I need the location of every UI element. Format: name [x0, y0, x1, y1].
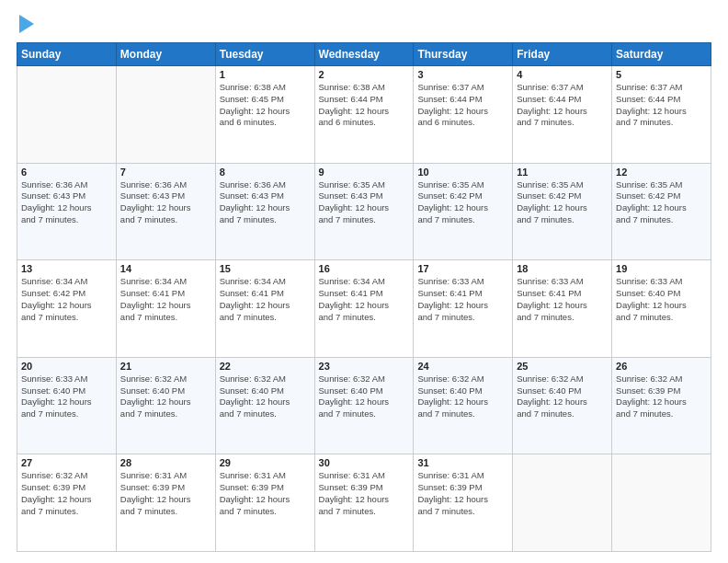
- day-info: Sunrise: 6:32 AM Sunset: 6:40 PM Dayligh…: [120, 373, 211, 420]
- calendar-day-cell: [612, 454, 711, 552]
- calendar-day-cell: 27Sunrise: 6:32 AM Sunset: 6:39 PM Dayli…: [17, 454, 117, 552]
- day-info: Sunrise: 6:37 AM Sunset: 6:44 PM Dayligh…: [616, 82, 707, 129]
- day-number: 29: [220, 457, 311, 468]
- calendar-day-cell: 2Sunrise: 6:38 AM Sunset: 6:44 PM Daylig…: [314, 66, 414, 164]
- day-of-week-header: Saturday: [612, 43, 711, 66]
- day-info: Sunrise: 6:36 AM Sunset: 6:43 PM Dayligh…: [120, 179, 211, 226]
- day-info: Sunrise: 6:35 AM Sunset: 6:43 PM Dayligh…: [319, 179, 410, 226]
- calendar-day-cell: 17Sunrise: 6:33 AM Sunset: 6:41 PM Dayli…: [414, 260, 513, 358]
- calendar-day-cell: 4Sunrise: 6:37 AM Sunset: 6:44 PM Daylig…: [513, 66, 612, 164]
- calendar-day-cell: 11Sunrise: 6:35 AM Sunset: 6:42 PM Dayli…: [513, 163, 612, 260]
- day-number: 30: [319, 457, 410, 468]
- day-info: Sunrise: 6:33 AM Sunset: 6:40 PM Dayligh…: [616, 276, 707, 323]
- day-number: 20: [21, 361, 112, 372]
- day-of-week-header: Wednesday: [314, 43, 414, 66]
- calendar-week-row: 6Sunrise: 6:36 AM Sunset: 6:43 PM Daylig…: [17, 163, 711, 260]
- calendar-day-cell: 16Sunrise: 6:34 AM Sunset: 6:41 PM Dayli…: [314, 260, 414, 358]
- day-number: 8: [220, 167, 311, 178]
- day-info: Sunrise: 6:33 AM Sunset: 6:41 PM Dayligh…: [417, 276, 508, 323]
- day-number: 5: [616, 69, 707, 80]
- day-number: 1: [220, 69, 311, 80]
- day-number: 4: [517, 69, 608, 80]
- calendar-day-cell: 31Sunrise: 6:31 AM Sunset: 6:39 PM Dayli…: [414, 454, 513, 552]
- day-info: Sunrise: 6:33 AM Sunset: 6:40 PM Dayligh…: [21, 373, 112, 420]
- calendar-week-row: 13Sunrise: 6:34 AM Sunset: 6:42 PM Dayli…: [17, 260, 711, 358]
- day-info: Sunrise: 6:35 AM Sunset: 6:42 PM Dayligh…: [417, 179, 508, 226]
- calendar-day-cell: [513, 454, 612, 552]
- day-info: Sunrise: 6:34 AM Sunset: 6:41 PM Dayligh…: [120, 276, 211, 323]
- header: [17, 17, 711, 33]
- calendar-day-cell: 24Sunrise: 6:32 AM Sunset: 6:40 PM Dayli…: [414, 357, 513, 454]
- calendar-day-cell: 28Sunrise: 6:31 AM Sunset: 6:39 PM Dayli…: [116, 454, 215, 552]
- day-info: Sunrise: 6:37 AM Sunset: 6:44 PM Dayligh…: [417, 82, 508, 129]
- day-number: 27: [21, 457, 112, 468]
- calendar-day-cell: 12Sunrise: 6:35 AM Sunset: 6:42 PM Dayli…: [612, 163, 711, 260]
- day-info: Sunrise: 6:33 AM Sunset: 6:41 PM Dayligh…: [517, 276, 608, 323]
- day-info: Sunrise: 6:32 AM Sunset: 6:39 PM Dayligh…: [21, 470, 112, 517]
- day-number: 13: [21, 263, 112, 274]
- calendar-day-cell: 6Sunrise: 6:36 AM Sunset: 6:43 PM Daylig…: [17, 163, 117, 260]
- day-info: Sunrise: 6:32 AM Sunset: 6:39 PM Dayligh…: [616, 373, 707, 420]
- day-number: 3: [417, 69, 508, 80]
- calendar-day-cell: 30Sunrise: 6:31 AM Sunset: 6:39 PM Dayli…: [314, 454, 414, 552]
- day-number: 18: [517, 263, 608, 274]
- calendar-day-cell: 19Sunrise: 6:33 AM Sunset: 6:40 PM Dayli…: [612, 260, 711, 358]
- calendar-day-cell: [17, 66, 117, 164]
- calendar-day-cell: 9Sunrise: 6:35 AM Sunset: 6:43 PM Daylig…: [314, 163, 414, 260]
- calendar-day-cell: 25Sunrise: 6:32 AM Sunset: 6:40 PM Dayli…: [513, 357, 612, 454]
- calendar-day-cell: 29Sunrise: 6:31 AM Sunset: 6:39 PM Dayli…: [215, 454, 314, 552]
- calendar-day-cell: 14Sunrise: 6:34 AM Sunset: 6:41 PM Dayli…: [116, 260, 215, 358]
- day-info: Sunrise: 6:38 AM Sunset: 6:45 PM Dayligh…: [220, 82, 311, 129]
- calendar-table: SundayMondayTuesdayWednesdayThursdayFrid…: [17, 42, 711, 552]
- calendar-day-cell: 5Sunrise: 6:37 AM Sunset: 6:44 PM Daylig…: [612, 66, 711, 164]
- calendar-week-row: 20Sunrise: 6:33 AM Sunset: 6:40 PM Dayli…: [17, 357, 711, 454]
- day-number: 26: [616, 361, 707, 372]
- day-info: Sunrise: 6:34 AM Sunset: 6:42 PM Dayligh…: [21, 276, 112, 323]
- calendar-day-cell: 8Sunrise: 6:36 AM Sunset: 6:43 PM Daylig…: [215, 163, 314, 260]
- day-info: Sunrise: 6:36 AM Sunset: 6:43 PM Dayligh…: [220, 179, 311, 226]
- day-number: 28: [120, 457, 211, 468]
- day-of-week-header: Tuesday: [215, 43, 314, 66]
- calendar-day-cell: 18Sunrise: 6:33 AM Sunset: 6:41 PM Dayli…: [513, 260, 612, 358]
- day-number: 14: [120, 263, 211, 274]
- calendar-day-cell: 1Sunrise: 6:38 AM Sunset: 6:45 PM Daylig…: [215, 66, 314, 164]
- calendar-day-cell: 3Sunrise: 6:37 AM Sunset: 6:44 PM Daylig…: [414, 66, 513, 164]
- calendar-day-cell: 22Sunrise: 6:32 AM Sunset: 6:40 PM Dayli…: [215, 357, 314, 454]
- day-number: 12: [616, 167, 707, 178]
- day-info: Sunrise: 6:36 AM Sunset: 6:43 PM Dayligh…: [21, 179, 112, 226]
- calendar-day-cell: 21Sunrise: 6:32 AM Sunset: 6:40 PM Dayli…: [116, 357, 215, 454]
- day-number: 11: [517, 167, 608, 178]
- calendar-day-cell: 20Sunrise: 6:33 AM Sunset: 6:40 PM Dayli…: [17, 357, 117, 454]
- day-info: Sunrise: 6:32 AM Sunset: 6:40 PM Dayligh…: [319, 373, 410, 420]
- day-info: Sunrise: 6:31 AM Sunset: 6:39 PM Dayligh…: [120, 470, 211, 517]
- day-number: 21: [120, 361, 211, 372]
- day-info: Sunrise: 6:35 AM Sunset: 6:42 PM Dayligh…: [517, 179, 608, 226]
- calendar-day-cell: 7Sunrise: 6:36 AM Sunset: 6:43 PM Daylig…: [116, 163, 215, 260]
- day-info: Sunrise: 6:34 AM Sunset: 6:41 PM Dayligh…: [220, 276, 311, 323]
- logo: [17, 17, 34, 33]
- day-number: 9: [319, 167, 410, 178]
- day-info: Sunrise: 6:34 AM Sunset: 6:41 PM Dayligh…: [319, 276, 410, 323]
- day-info: Sunrise: 6:31 AM Sunset: 6:39 PM Dayligh…: [220, 470, 311, 517]
- calendar-day-cell: 23Sunrise: 6:32 AM Sunset: 6:40 PM Dayli…: [314, 357, 414, 454]
- day-number: 22: [220, 361, 311, 372]
- day-of-week-header: Thursday: [414, 43, 513, 66]
- day-number: 17: [417, 263, 508, 274]
- calendar-day-cell: 15Sunrise: 6:34 AM Sunset: 6:41 PM Dayli…: [215, 260, 314, 358]
- calendar-day-cell: [116, 66, 215, 164]
- day-info: Sunrise: 6:32 AM Sunset: 6:40 PM Dayligh…: [417, 373, 508, 420]
- day-number: 16: [319, 263, 410, 274]
- calendar-day-cell: 10Sunrise: 6:35 AM Sunset: 6:42 PM Dayli…: [414, 163, 513, 260]
- day-info: Sunrise: 6:31 AM Sunset: 6:39 PM Dayligh…: [319, 470, 410, 517]
- calendar-day-cell: 13Sunrise: 6:34 AM Sunset: 6:42 PM Dayli…: [17, 260, 117, 358]
- day-number: 19: [616, 263, 707, 274]
- day-number: 15: [220, 263, 311, 274]
- day-number: 2: [319, 69, 410, 80]
- day-number: 23: [319, 361, 410, 372]
- day-number: 24: [417, 361, 508, 372]
- calendar-header-row: SundayMondayTuesdayWednesdayThursdayFrid…: [17, 43, 711, 66]
- day-info: Sunrise: 6:31 AM Sunset: 6:39 PM Dayligh…: [417, 470, 508, 517]
- day-number: 10: [417, 167, 508, 178]
- calendar-day-cell: 26Sunrise: 6:32 AM Sunset: 6:39 PM Dayli…: [612, 357, 711, 454]
- day-info: Sunrise: 6:35 AM Sunset: 6:42 PM Dayligh…: [616, 179, 707, 226]
